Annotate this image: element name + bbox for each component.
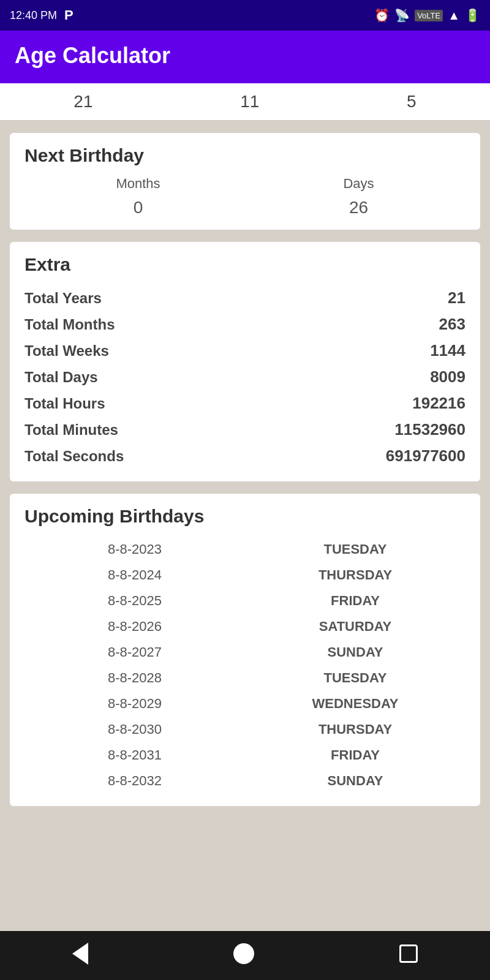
upcoming-day: SUNDAY — [256, 644, 454, 660]
top-years: 21 — [74, 92, 92, 111]
extra-row: Total Seconds 691977600 — [24, 443, 466, 469]
upcoming-row: 8-8-2026 SATURDAY — [24, 614, 466, 639]
extra-row-label: Total Days — [24, 369, 98, 386]
birthday-months-value: 0 — [134, 198, 143, 217]
wifi-icon: 📡 — [394, 8, 410, 23]
upcoming-date: 8-8-2026 — [36, 619, 234, 635]
top-row-numbers: 21 11 5 — [0, 83, 490, 121]
extra-row-value: 691977600 — [386, 447, 466, 466]
upcoming-row: 8-8-2025 FRIDAY — [24, 588, 466, 614]
upcoming-day: TUESDAY — [256, 541, 454, 557]
upcoming-row: 8-8-2030 THURSDAY — [24, 717, 466, 742]
battery-icon: 🔋 — [465, 8, 480, 23]
upcoming-date: 8-8-2030 — [36, 722, 234, 737]
extra-row: Total Weeks 1144 — [24, 337, 466, 364]
top-months: 11 — [240, 92, 259, 111]
extra-row-value: 263 — [439, 315, 466, 334]
next-birthday-card: Next Birthday Months 0 Days 26 — [10, 133, 480, 230]
extra-row: Total Minutes 11532960 — [24, 417, 466, 443]
extra-row-value: 1144 — [430, 341, 466, 360]
birthday-months-label: Months — [116, 176, 160, 192]
upcoming-row: 8-8-2027 SUNDAY — [24, 639, 466, 665]
upcoming-date: 8-8-2028 — [36, 670, 234, 686]
bottom-nav — [0, 931, 490, 980]
extra-row-value: 192216 — [412, 394, 466, 413]
extra-row: Total Months 263 — [24, 311, 466, 337]
upcoming-date: 8-8-2029 — [36, 696, 234, 712]
extra-row-value: 8009 — [430, 368, 466, 386]
extra-row-label: Total Hours — [24, 395, 105, 412]
upcoming-row: 8-8-2023 TUESDAY — [24, 537, 466, 562]
birthday-grid: Months 0 Days 26 — [24, 176, 466, 217]
signal-lte-icon: VoLTE — [415, 10, 443, 21]
status-bar: 12:40 PM P ⏰ 📡 VoLTE ▲ 🔋 — [0, 0, 490, 31]
upcoming-day: THURSDAY — [256, 567, 454, 583]
top-days: 5 — [407, 92, 417, 111]
upcoming-date: 8-8-2025 — [36, 593, 234, 609]
extra-row-value: 21 — [448, 288, 466, 307]
birthday-days-label: Days — [343, 176, 374, 192]
upcoming-day: FRIDAY — [256, 747, 454, 763]
upcoming-row: 8-8-2031 FRIDAY — [24, 742, 466, 768]
upcoming-date: 8-8-2031 — [36, 747, 234, 763]
status-right: ⏰ 📡 VoLTE ▲ 🔋 — [374, 8, 480, 23]
back-button[interactable] — [54, 937, 107, 975]
upcoming-row: 8-8-2028 TUESDAY — [24, 665, 466, 691]
upcoming-row: 8-8-2029 WEDNESDAY — [24, 691, 466, 717]
next-birthday-title: Next Birthday — [24, 145, 466, 166]
app-header: Age Calculator — [0, 31, 490, 83]
upcoming-row: 8-8-2032 SUNDAY — [24, 768, 466, 794]
upcoming-birthdays-title: Upcoming Birthdays — [24, 506, 466, 527]
upcoming-date: 8-8-2032 — [36, 773, 234, 789]
recents-icon — [399, 944, 418, 963]
back-icon — [72, 943, 88, 965]
signal-strength-icon: ▲ — [448, 9, 460, 23]
upcoming-day: SATURDAY — [256, 619, 454, 635]
extra-row-label: Total Seconds — [24, 448, 124, 465]
extra-row: Total Years 21 — [24, 285, 466, 311]
extra-row-label: Total Years — [24, 290, 102, 307]
extra-rows: Total Years 21 Total Months 263 Total We… — [24, 285, 466, 469]
extra-row: Total Hours 192216 — [24, 390, 466, 417]
birthday-days-value: 26 — [349, 198, 368, 217]
extra-row-label: Total Weeks — [24, 342, 109, 360]
birthday-months-col: Months 0 — [116, 176, 160, 217]
upcoming-date: 8-8-2027 — [36, 644, 234, 660]
extra-title: Extra — [24, 254, 466, 275]
upcoming-day: WEDNESDAY — [256, 696, 454, 712]
extra-row-label: Total Months — [24, 316, 115, 333]
home-button[interactable] — [215, 937, 273, 974]
upcoming-day: THURSDAY — [256, 722, 454, 737]
extra-row: Total Days 8009 — [24, 364, 466, 390]
status-app-icon: P — [64, 7, 74, 23]
upcoming-day: TUESDAY — [256, 670, 454, 686]
upcoming-date: 8-8-2024 — [36, 567, 234, 583]
extra-card: Extra Total Years 21 Total Months 263 To… — [10, 242, 480, 481]
alarm-icon: ⏰ — [374, 8, 390, 23]
app-title: Age Calculator — [15, 43, 170, 68]
upcoming-date: 8-8-2023 — [36, 541, 234, 557]
home-icon — [233, 943, 254, 964]
recents-button[interactable] — [381, 938, 436, 973]
extra-row-label: Total Minutes — [24, 421, 118, 439]
main-content: Next Birthday Months 0 Days 26 Extra Tot… — [0, 121, 490, 931]
status-time: 12:40 PM — [10, 9, 57, 22]
upcoming-rows: 8-8-2023 TUESDAY 8-8-2024 THURSDAY 8-8-2… — [24, 537, 466, 794]
extra-row-value: 11532960 — [394, 420, 466, 439]
upcoming-row: 8-8-2024 THURSDAY — [24, 562, 466, 588]
upcoming-day: SUNDAY — [256, 773, 454, 789]
birthday-days-col: Days 26 — [343, 176, 374, 217]
upcoming-birthdays-card: Upcoming Birthdays 8-8-2023 TUESDAY 8-8-… — [10, 494, 480, 806]
status-left: 12:40 PM P — [10, 7, 74, 23]
upcoming-day: FRIDAY — [256, 593, 454, 609]
